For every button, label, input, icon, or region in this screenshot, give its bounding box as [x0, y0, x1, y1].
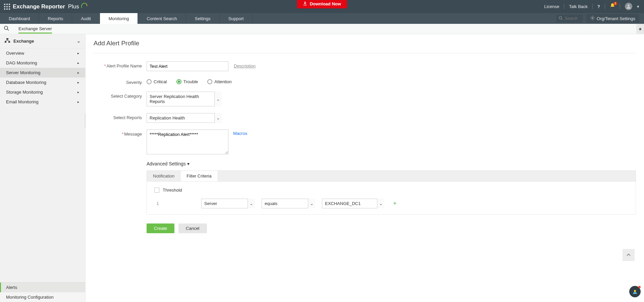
nav-tab-reports[interactable]: Reports: [39, 13, 72, 24]
adv-tab-filter-criteria[interactable]: Filter Criteria: [180, 171, 218, 181]
severity-radio-attention[interactable]: Attention: [207, 79, 231, 84]
svg-point-1: [559, 16, 562, 19]
help-icon[interactable]: ?: [597, 4, 600, 9]
separator: [592, 4, 593, 9]
bell-icon[interactable]: 2: [610, 3, 615, 10]
download-now-button[interactable]: Download Now: [297, 0, 347, 8]
cancel-button[interactable]: Cancel: [178, 223, 207, 233]
scroll-to-top-button[interactable]: [623, 249, 635, 261]
separator: [564, 4, 564, 9]
sidebar: Exchange ⌄ Overview▸DAG Monitoring▸Serve…: [0, 34, 86, 302]
talkback-link[interactable]: Talk Back: [569, 4, 588, 9]
org-tenant-settings-button[interactable]: Org/Tenant Settings: [586, 14, 639, 23]
description-link[interactable]: Description: [234, 61, 256, 68]
chevron-right-icon: ▸: [77, 90, 79, 94]
message-textarea[interactable]: [147, 130, 228, 154]
chevron-right-icon: ▸: [77, 81, 79, 84]
svg-rect-6: [6, 38, 8, 40]
chat-fab[interactable]: [629, 286, 641, 297]
create-button[interactable]: Create: [147, 223, 174, 233]
brand: Exchange Reporter Plus: [4, 2, 88, 11]
chevron-right-icon: ▸: [77, 100, 79, 104]
sub-header: Exchange Server ★: [0, 24, 644, 34]
sidebar-item-storage-monitoring[interactable]: Storage Monitoring▸: [0, 87, 85, 97]
license-link[interactable]: License: [544, 4, 559, 9]
svg-point-3: [592, 17, 593, 19]
download-icon: [303, 1, 307, 6]
advanced-settings-toggle[interactable]: Advanced Settings▾: [147, 161, 636, 166]
filter-row: 1 Server ⌄ equals ⌄ EXCHANGE_DC1 ⌄ +: [154, 199, 628, 208]
row-number: 1: [154, 201, 161, 206]
svg-rect-7: [5, 41, 6, 43]
severity-radio-critical[interactable]: Critical: [147, 79, 167, 84]
chevron-right-icon: ▸: [77, 51, 79, 55]
sidebar-item-server-monitoring[interactable]: Server Monitoring▸: [0, 68, 85, 78]
main-nav: DashboardReportsAuditMonitoringContent S…: [0, 13, 644, 24]
svg-line-5: [7, 29, 9, 31]
chevron-right-icon: ▸: [77, 71, 79, 74]
chevron-right-icon: ▸: [77, 61, 79, 65]
radio-icon: [147, 79, 152, 84]
threshold-checkbox[interactable]: [154, 188, 159, 193]
sidebar-group-exchange[interactable]: Exchange ⌄: [0, 34, 85, 48]
radio-icon: [176, 79, 181, 84]
separator: [605, 4, 605, 9]
separator: [620, 4, 620, 9]
global-search[interactable]: [556, 15, 583, 22]
alert-profile-name-input[interactable]: [147, 61, 228, 71]
label-severity: Severity: [96, 78, 147, 85]
sidebar-bottom-monitoring-configuration[interactable]: Monitoring Configuration: [0, 292, 85, 302]
svg-line-2: [561, 19, 562, 20]
nav-tab-audit[interactable]: Audit: [72, 13, 100, 24]
top-right-links: License Talk Back ? 2 ▾: [544, 3, 639, 10]
filter-value-select[interactable]: EXCHANGE_DC1: [322, 199, 384, 208]
filter-field-select[interactable]: Server: [201, 199, 255, 208]
radio-icon: [207, 79, 212, 84]
advanced-tabs: NotificationFilter Criteria: [147, 170, 636, 182]
sidebar-item-overview[interactable]: Overview▸: [0, 48, 85, 58]
download-label: Download Now: [310, 1, 341, 6]
nav-tab-dashboard[interactable]: Dashboard: [0, 13, 39, 24]
sitemap-icon: [5, 38, 10, 44]
label-profile-name: *Alert Profile Name: [96, 61, 147, 68]
nav-tab-support[interactable]: Support: [220, 13, 253, 24]
severity-radio-trouble[interactable]: Trouble: [176, 79, 198, 84]
favorite-icon[interactable]: ★: [636, 24, 644, 34]
subtab-exchange-server[interactable]: Exchange Server: [18, 24, 52, 34]
sidebar-item-email-monitoring[interactable]: Email Monitoring▸: [0, 97, 85, 107]
reports-select[interactable]: Replication Health: [147, 113, 222, 123]
label-message: *Message: [96, 130, 147, 137]
gear-icon: [590, 16, 595, 21]
user-menu[interactable]: [625, 3, 632, 10]
search-filter-icon[interactable]: [4, 26, 9, 32]
add-filter-icon[interactable]: +: [391, 200, 399, 207]
chevron-down-icon: ⌄: [77, 39, 80, 44]
brand-arc-icon: [80, 2, 88, 11]
page-title: Add Alert Profile: [94, 40, 636, 47]
category-select[interactable]: Server Replication Health Reports: [147, 92, 222, 106]
apps-grid-icon[interactable]: [4, 4, 10, 10]
top-bar: Download Now Exchange Reporter Plus Lice…: [0, 0, 644, 13]
svg-point-9: [634, 290, 636, 292]
sidebar-bottom-alerts[interactable]: Alerts: [0, 283, 85, 292]
nav-tab-settings[interactable]: Settings: [186, 13, 220, 24]
main-content: Add Alert Profile *Alert Profile Name De…: [86, 34, 644, 302]
severity-radio-group: CriticalTroubleAttention: [147, 78, 232, 84]
svg-point-0: [628, 5, 630, 7]
nav-tab-content-search[interactable]: Content Search: [138, 13, 186, 24]
adv-tab-notification[interactable]: Notification: [147, 171, 180, 181]
sidebar-item-database-monitoring[interactable]: Database Monitoring▸: [0, 78, 85, 87]
nav-tab-monitoring[interactable]: Monitoring: [100, 13, 138, 24]
brand-text: Exchange Reporter Plus: [13, 2, 88, 11]
threshold-label: Threshold: [163, 188, 182, 193]
filter-operator-select[interactable]: equals: [262, 199, 315, 208]
sidebar-item-dag-monitoring[interactable]: DAG Monitoring▸: [0, 58, 85, 68]
chevron-down-icon[interactable]: ▾: [637, 4, 639, 9]
svg-point-4: [4, 26, 8, 30]
search-input[interactable]: [565, 16, 581, 21]
divider: [94, 53, 636, 53]
filter-criteria-panel: Threshold 1 Server ⌄ equals ⌄ EXCHANGE_D…: [147, 182, 636, 215]
macros-link[interactable]: Macros: [233, 130, 248, 136]
label-category: Select Category: [96, 92, 147, 99]
svg-rect-8: [8, 41, 10, 43]
